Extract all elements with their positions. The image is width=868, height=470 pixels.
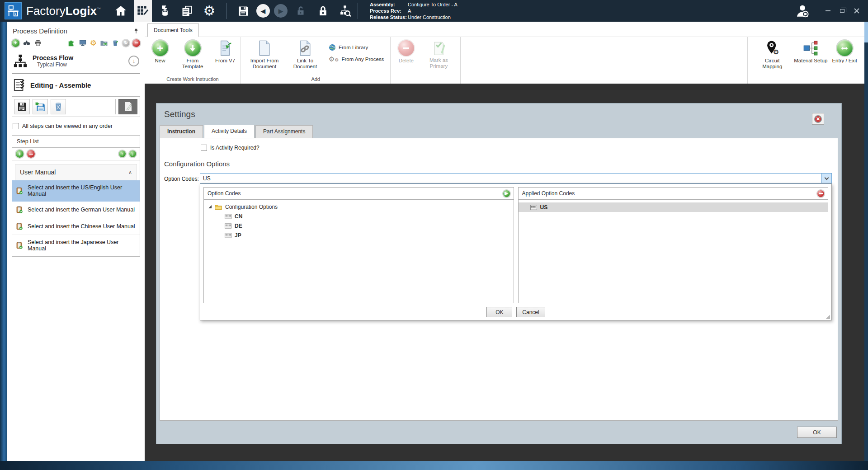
from-any-process-button[interactable]: ⚙⚙ From Any Process [329, 56, 384, 62]
entry-exit-button[interactable]: Entry / Exit [830, 39, 859, 64]
editing-header-row: Editing - Assemble [7, 74, 145, 96]
process-flow-expand-button[interactable]: ↓ [128, 56, 139, 66]
process-flow-title: Process Flow [33, 54, 124, 61]
dialog-close-button[interactable]: ✕ [812, 113, 824, 125]
find-binoculars-button[interactable] [23, 39, 31, 47]
tab-part-assignments[interactable]: Part Assignments [255, 125, 313, 138]
step-item-2[interactable]: Select and insert the German User Manual [12, 202, 140, 218]
process-flow-icon [13, 53, 28, 69]
dialog-ok-button[interactable]: OK [797, 427, 837, 438]
step-item-4[interactable]: Select and insert the Japanese User Manu… [12, 235, 140, 256]
move-step-down-button[interactable]: ↓ [129, 150, 136, 157]
tree-expander-icon[interactable] [208, 205, 212, 208]
reports-nav-button[interactable] [178, 0, 196, 22]
logo-desk-icon [7, 5, 19, 17]
restore-button[interactable] [836, 5, 848, 16]
export-folder-button[interactable] [100, 39, 108, 47]
refresh-button-disabled[interactable]: ↻ [123, 40, 129, 47]
step-list-toolbar: + ↑ ↓ [12, 148, 140, 160]
audit-search-button[interactable] [336, 0, 354, 22]
minimize-button[interactable] [822, 5, 834, 16]
unlock-button[interactable] [292, 0, 310, 22]
from-library-button[interactable]: From Library [329, 44, 384, 51]
combobox-dropdown-button[interactable] [821, 174, 831, 183]
process-definition-nav-button[interactable] [134, 0, 152, 22]
group-add: Import From Document Link To Document [241, 37, 391, 84]
remove-step-button[interactable] [27, 150, 35, 158]
automation-gear-button[interactable]: ⚙ [90, 39, 97, 47]
lock-button[interactable] [314, 0, 332, 22]
pin-icon[interactable] [133, 28, 139, 34]
user-button[interactable] [795, 3, 810, 19]
forward-button[interactable]: ▶ [274, 4, 288, 18]
apply-code-button[interactable]: ▶ [503, 190, 510, 197]
process-import-puzzle-button[interactable] [67, 39, 75, 47]
from-template-button[interactable]: From Template [174, 39, 212, 70]
picker-cancel-button[interactable]: Cancel [516, 307, 545, 317]
workspace: Settings ✕ Instruction Activity Details … [145, 84, 864, 461]
tree-item-de[interactable]: DE [205, 221, 513, 230]
close-button[interactable] [851, 5, 863, 16]
new-button[interactable]: + New [147, 39, 173, 64]
dialog-title: Settings [164, 109, 195, 119]
step-item-1[interactable]: Select and insert the US/English User Ma… [12, 180, 140, 202]
archive-trash-button[interactable] [111, 39, 119, 47]
material-setup-button[interactable]: Material Setup [792, 39, 829, 64]
is-activity-required-label: Is Activity Required? [210, 145, 259, 151]
remove-process-button[interactable] [132, 39, 140, 47]
settings-nav-button[interactable]: ⚙ [200, 0, 218, 22]
any-order-checkbox[interactable] [13, 123, 19, 129]
step-item-label: Select and insert the US/English User Ma… [28, 184, 137, 197]
link-to-document-button[interactable]: Link To Document [286, 39, 324, 70]
assembly-info: Assembly:Configure To Order - A Process … [370, 1, 458, 20]
save-as-button[interactable] [33, 99, 48, 114]
mark-as-primary-button[interactable]: Mark as Primary [420, 39, 458, 69]
window-scrollbar-thumb[interactable] [864, 22, 868, 42]
assembly-value: Configure To Order - A [408, 1, 458, 8]
add-step-button[interactable]: + [16, 150, 24, 158]
tree-root-row[interactable]: Configuration Options [205, 202, 513, 212]
step-item-3[interactable]: Select and insert the Chinese User Manua… [12, 218, 140, 235]
restore-icon [840, 9, 844, 13]
tab-activity-details[interactable]: Activity Details [204, 125, 255, 138]
tab-document-tools[interactable]: Document Tools [147, 24, 199, 37]
move-step-up-button[interactable]: ↑ [119, 150, 126, 157]
data-nav-button[interactable] [156, 0, 174, 22]
remove-code-button[interactable] [817, 190, 824, 197]
save-button[interactable] [234, 0, 252, 22]
save-step-button[interactable] [14, 99, 30, 114]
applied-item-us[interactable]: US [519, 202, 828, 212]
circuit-mapping-button[interactable]: ⚙ Circuit Mapping [753, 39, 791, 70]
forward-icon: ▶ [278, 8, 283, 14]
lock-icon [317, 5, 329, 17]
assembly-label: Assembly: [370, 1, 408, 8]
process-definition-panel: Process Definition + [7, 22, 145, 461]
tree-item-cn[interactable]: CN [205, 212, 513, 221]
tree-item-jp[interactable]: JP [205, 230, 513, 240]
available-codes-panel: Option Codes ▶ [203, 187, 514, 303]
back-button[interactable]: ◀ [256, 4, 270, 18]
home-button[interactable] [112, 0, 130, 22]
option-codes-combobox[interactable]: US [200, 173, 832, 183]
tab-instruction[interactable]: Instruction [160, 125, 203, 138]
barcode-icon [225, 214, 231, 219]
presentation-button[interactable] [79, 39, 87, 47]
add-process-button[interactable]: + [12, 39, 19, 47]
delete-button[interactable]: Delete [393, 39, 419, 64]
release-status-label: Release Status: [370, 14, 408, 20]
process-toolbar: + ⚙ [7, 37, 145, 51]
process-flow-row[interactable]: Process Flow Typical Flow ↓ [7, 51, 145, 73]
is-activity-required-checkbox[interactable] [201, 145, 207, 151]
dialog-tabs: Instruction Activity Details Part Assign… [160, 125, 314, 138]
step-group-header[interactable]: User Manual ∧ [15, 164, 137, 180]
window-scrollbar-track[interactable] [864, 22, 868, 461]
picker-ok-button[interactable]: OK [486, 307, 512, 317]
delete-step-button[interactable] [51, 99, 66, 114]
any-order-row: All steps can be viewed in any order [13, 123, 139, 129]
import-from-document-button[interactable]: Import From Document [244, 39, 285, 70]
print-button[interactable] [34, 39, 42, 47]
resize-grip[interactable] [826, 315, 830, 319]
from-v7-button[interactable]: From V7 [212, 39, 238, 64]
globe-icon [329, 44, 336, 51]
edit-instruction-button[interactable] [118, 99, 137, 114]
